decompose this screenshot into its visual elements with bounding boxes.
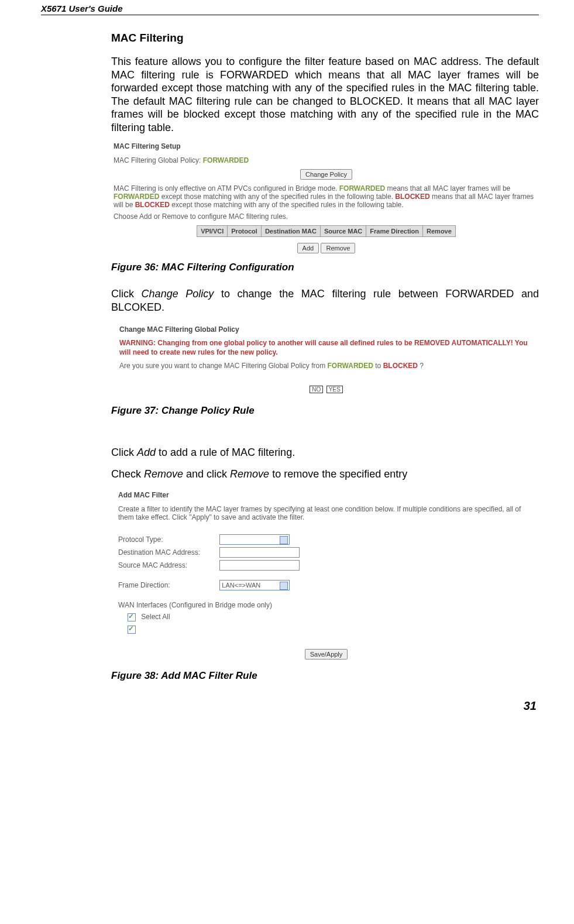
figure-36-caption: Figure 36: MAC Filtering Configuration <box>111 262 539 273</box>
figure-37-caption: Figure 37: Change Policy Rule <box>111 405 539 417</box>
add-filter-desc: Create a filter to identify the MAC laye… <box>118 505 534 521</box>
figure-38-caption: Figure 38: Add MAC Filter Rule <box>111 670 539 682</box>
select-all-checkbox[interactable] <box>128 613 136 621</box>
dest-input[interactable] <box>219 547 300 558</box>
yes-button[interactable]: YES <box>326 386 343 393</box>
dest-row: Destination MAC Address: <box>118 547 534 558</box>
col-frame: Frame Direction <box>366 226 423 237</box>
col-protocol: Protocol <box>228 226 262 237</box>
choose-line: Choose Add or Remove to configure MAC fi… <box>114 212 539 221</box>
change-policy-button[interactable]: Change Policy <box>300 169 352 180</box>
frame-row: Frame Direction: LAN<=>WAN <box>118 580 534 590</box>
add-filter-title: Add MAC Filter <box>118 491 534 499</box>
policy-line: MAC Filtering Global Policy: FORWARDED <box>114 156 539 164</box>
mac-desc: MAC Filtering is only effective on ATM P… <box>114 184 539 209</box>
confirm-line: Are you sure you want to change MAC Filt… <box>119 362 533 370</box>
header-title: X5671 User's Guide <box>41 4 122 13</box>
frame-select[interactable]: LAN<=>WAN <box>219 580 290 590</box>
change-policy-title: Change MAC Filtering Global Policy <box>119 325 533 334</box>
policy-label: MAC Filtering Global Policy: <box>114 156 201 164</box>
add-button[interactable]: Add <box>297 243 319 253</box>
remove-rule-paragraph: Check Remove and click Remove to remove … <box>111 468 539 481</box>
change-policy-paragraph: Click Change Policy to change the MAC fi… <box>111 287 539 314</box>
figure-38-screenshot: Add MAC Filter Create a filter to identi… <box>114 489 539 662</box>
protocol-row: Protocol Type: <box>118 534 534 545</box>
section-heading: MAC Filtering <box>111 32 539 44</box>
interface-checkbox[interactable] <box>128 626 136 634</box>
figure-37-screenshot: Change MAC Filtering Global Policy WARNI… <box>114 322 539 397</box>
src-input[interactable] <box>219 560 300 571</box>
figure-36-screenshot: MAC Filtering Setup MAC Filtering Global… <box>114 142 539 253</box>
add-rule-paragraph: Click Add to add a rule of MAC filtering… <box>111 446 539 459</box>
src-label: Source MAC Address: <box>118 561 218 569</box>
main-content: MAC Filtering This feature allows you to… <box>111 32 539 682</box>
policy-value: FORWARDED <box>203 156 249 164</box>
col-vpi: VPI/VCI <box>197 226 228 237</box>
page-header: X5671 User's Guide <box>41 0 539 15</box>
col-dest: Destination MAC <box>261 226 320 237</box>
col-src: Source MAC <box>320 226 366 237</box>
mac-rules-table: VPI/VCI Protocol Destination MAC Source … <box>197 225 456 237</box>
protocol-select[interactable] <box>219 534 290 545</box>
no-button[interactable]: NO <box>310 386 323 393</box>
dest-label: Destination MAC Address: <box>118 548 218 557</box>
protocol-label: Protocol Type: <box>118 535 218 544</box>
select-all-label: Select All <box>141 613 170 621</box>
col-remove: Remove <box>423 226 456 237</box>
remove-button[interactable]: Remove <box>321 243 355 253</box>
wan-label: WAN Interfaces (Configured in Bridge mod… <box>118 601 534 609</box>
src-row: Source MAC Address: <box>118 560 534 571</box>
page-number: 31 <box>41 699 539 713</box>
frame-label: Frame Direction: <box>118 581 218 589</box>
intro-paragraph: This feature allows you to configure the… <box>111 55 539 134</box>
save-apply-button[interactable]: Save/Apply <box>305 649 348 659</box>
change-policy-warning: WARNING: Changing from one global policy… <box>119 338 533 357</box>
mac-setup-title: MAC Filtering Setup <box>114 142 539 150</box>
